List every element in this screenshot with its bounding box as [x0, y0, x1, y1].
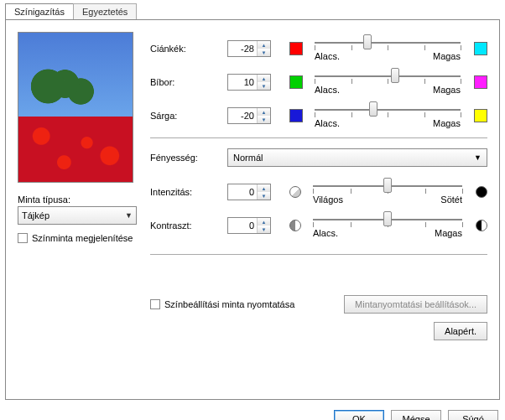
chevron-down-icon: ▼	[474, 153, 482, 162]
intensity-slider[interactable]	[313, 179, 462, 193]
slider-knob[interactable]	[369, 101, 377, 117]
contrast-input[interactable]	[228, 218, 257, 233]
intensity-label: Intenzitás:	[150, 187, 227, 197]
sample-type-value: Tájkép	[22, 210, 49, 220]
brightness-combo[interactable]: Normál ▼	[227, 148, 487, 167]
sample-type-label: Minta típusa:	[18, 194, 138, 205]
contrast-low-label: Alacs.	[313, 228, 338, 238]
magenta-low-swatch	[289, 75, 303, 89]
intensity-spinner[interactable]: ▲▼	[227, 184, 271, 200]
brightness-value: Normál	[233, 153, 263, 163]
yellow-high-swatch	[474, 109, 487, 122]
yellow-high-label: Magas	[433, 118, 461, 128]
intensity-input[interactable]	[228, 184, 257, 200]
brightness-label: Fényesség:	[150, 153, 227, 163]
spinner-down-icon[interactable]: ▼	[258, 82, 270, 90]
pattern-settings-button: Mintanyomtatási beállítások...	[344, 295, 487, 314]
spinner-down-icon[interactable]: ▼	[258, 116, 270, 123]
checkbox-box	[18, 233, 28, 243]
magenta-high-swatch	[474, 75, 487, 89]
contrast-low-icon	[289, 220, 301, 231]
intensity-high-icon	[476, 186, 487, 198]
contrast-high-label: Magas	[435, 228, 462, 238]
slider-knob[interactable]	[383, 178, 392, 193]
yellow-spinner[interactable]: ▲▼	[227, 107, 271, 124]
defaults-button[interactable]: Alapért.	[434, 322, 487, 340]
magenta-spinner[interactable]: ▲▼	[227, 74, 271, 91]
magenta-high-label: Magas	[433, 85, 461, 95]
preview-thumbnail	[18, 32, 133, 183]
checkbox-box	[150, 299, 160, 309]
yellow-slider[interactable]	[315, 103, 461, 117]
cyan-label: Ciánkék:	[150, 44, 227, 54]
yellow-low-swatch	[289, 109, 303, 122]
spinner-down-icon[interactable]: ▼	[258, 226, 270, 233]
cyan-high-label: Magas	[433, 51, 461, 61]
yellow-low-label: Alacs.	[315, 118, 340, 128]
print-sample-label: Színbeállítási minta nyomtatása	[164, 299, 294, 309]
slider-knob[interactable]	[391, 68, 399, 83]
cyan-high-swatch	[474, 42, 487, 55]
magenta-label: Bíbor:	[150, 77, 227, 87]
yellow-input[interactable]	[228, 108, 257, 123]
cyan-input[interactable]	[228, 41, 257, 56]
cyan-spinner[interactable]: ▲▼	[227, 40, 271, 57]
chevron-down-icon: ▼	[125, 211, 133, 220]
slider-knob[interactable]	[383, 211, 392, 226]
cyan-slider[interactable]	[315, 36, 461, 49]
sample-type-combo[interactable]: Tájkép ▼	[18, 206, 137, 225]
magenta-slider[interactable]	[315, 70, 461, 83]
ok-button[interactable]: OK	[334, 410, 384, 420]
show-sample-checkbox[interactable]: Színminta megjelenítése	[18, 233, 138, 243]
intensity-low-icon	[289, 186, 301, 198]
tab-panel: Minta típusa: Tájkép ▼ Színminta megjele…	[5, 19, 500, 400]
slider-knob[interactable]	[363, 34, 372, 49]
contrast-high-icon	[476, 220, 487, 231]
magenta-input[interactable]	[228, 75, 257, 90]
cyan-low-swatch	[289, 42, 303, 55]
spinner-up-icon[interactable]: ▲	[258, 218, 270, 226]
contrast-slider[interactable]	[313, 213, 462, 226]
intensity-low-label: Világos	[313, 194, 343, 205]
spinner-up-icon[interactable]: ▲	[258, 184, 270, 192]
cyan-low-label: Alacs.	[315, 51, 340, 61]
cancel-button[interactable]: Mégse	[391, 410, 441, 420]
tab-color-adjust[interactable]: Színigazítás	[5, 3, 74, 19]
contrast-spinner[interactable]: ▲▼	[227, 217, 271, 234]
help-button[interactable]: Súgó	[448, 410, 498, 420]
spinner-up-icon[interactable]: ▲	[258, 75, 270, 82]
spinner-up-icon[interactable]: ▲	[258, 108, 270, 116]
yellow-label: Sárga:	[150, 111, 227, 121]
tab-matching[interactable]: Egyeztetés	[73, 3, 137, 19]
contrast-label: Kontraszt:	[150, 220, 227, 231]
show-sample-label: Színminta megjelenítése	[32, 233, 133, 243]
magenta-low-label: Alacs.	[315, 85, 340, 95]
intensity-high-label: Sötét	[440, 194, 462, 205]
spinner-up-icon[interactable]: ▲	[258, 41, 270, 49]
spinner-down-icon[interactable]: ▼	[258, 49, 270, 56]
spinner-down-icon[interactable]: ▼	[258, 192, 270, 200]
print-sample-checkbox[interactable]: Színbeállítási minta nyomtatása	[150, 299, 294, 309]
